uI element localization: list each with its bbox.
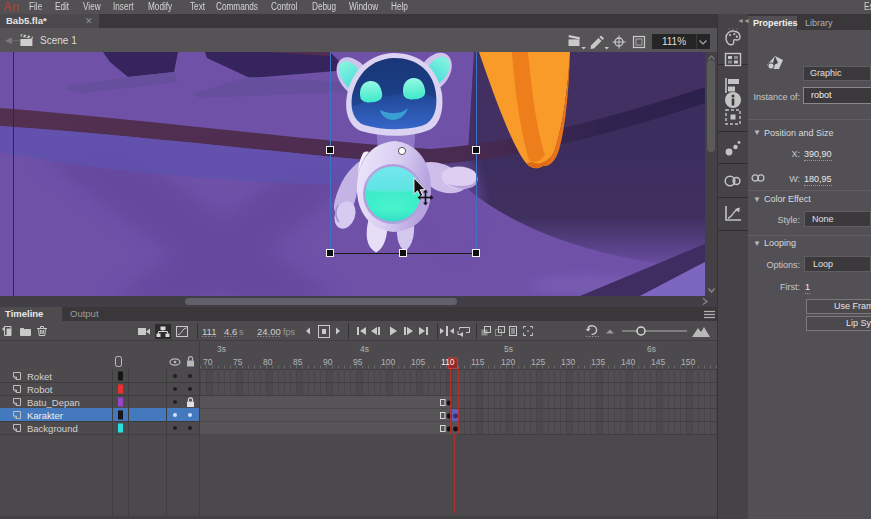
svg-text:s: s <box>239 327 244 337</box>
svg-text:111: 111 <box>202 326 216 337</box>
svg-text:110: 110 <box>441 357 455 367</box>
svg-text:fps: fps <box>283 327 296 337</box>
svg-text:4.6: 4.6 <box>224 326 237 337</box>
svg-text:Roket: Roket <box>27 371 52 382</box>
svg-text:Batu_Depan: Batu_Depan <box>27 397 80 408</box>
svg-text:Background: Background <box>27 423 78 434</box>
svg-text:Robot: Robot <box>27 384 53 395</box>
svg-text:24.00: 24.00 <box>257 326 281 337</box>
svg-text:Karakter: Karakter <box>27 410 63 421</box>
